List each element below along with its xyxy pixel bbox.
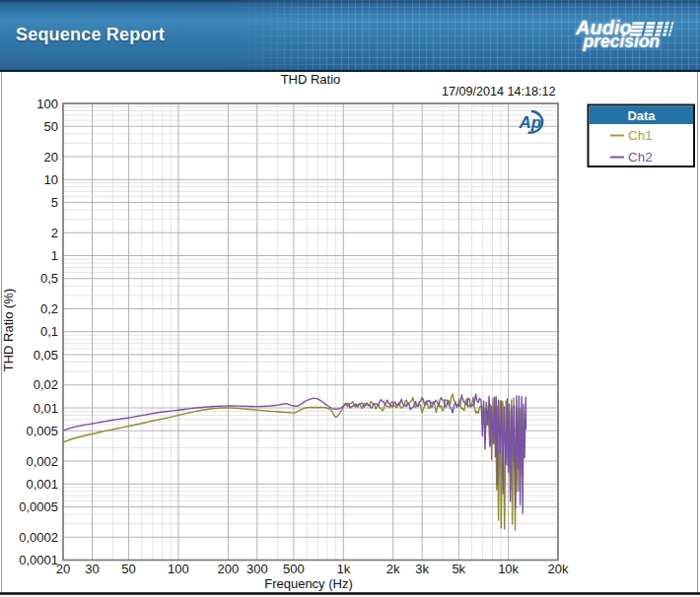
svg-text:1: 1: [51, 248, 58, 263]
svg-text:3k: 3k: [415, 562, 429, 576]
svg-text:0,01: 0,01: [34, 401, 58, 416]
svg-text:100: 100: [168, 562, 189, 576]
svg-text:2k: 2k: [386, 562, 400, 576]
svg-text:Ap: Ap: [519, 113, 542, 132]
svg-text:10k: 10k: [498, 562, 519, 576]
svg-text:17/09/2014 14:18:12: 17/09/2014 14:18:12: [442, 85, 556, 99]
svg-text:1k: 1k: [336, 562, 350, 576]
svg-text:0,2: 0,2: [40, 301, 58, 316]
svg-text:0,0005: 0,0005: [19, 499, 58, 514]
svg-text:0,0002: 0,0002: [19, 530, 58, 545]
svg-text:100: 100: [36, 97, 58, 111]
svg-text:0,05: 0,05: [34, 348, 58, 363]
svg-text:0,1: 0,1: [40, 324, 58, 339]
svg-text:20k: 20k: [548, 562, 569, 576]
svg-text:5k: 5k: [452, 562, 465, 576]
svg-text:0,002: 0,002: [26, 454, 58, 469]
svg-text:Frequency (Hz): Frequency (Hz): [264, 576, 353, 591]
svg-text:5: 5: [51, 195, 58, 210]
svg-text:30: 30: [85, 562, 99, 576]
svg-text:0,5: 0,5: [40, 271, 58, 286]
svg-text:50: 50: [44, 119, 58, 134]
svg-text:20: 20: [56, 562, 70, 576]
svg-text:Data: Data: [627, 108, 656, 123]
svg-text:0,001: 0,001: [26, 477, 58, 492]
svg-text:0,0001: 0,0001: [19, 553, 58, 567]
svg-text:500: 500: [283, 562, 305, 576]
svg-text:Ch1: Ch1: [628, 128, 653, 143]
svg-text:THD Ratio: THD Ratio: [281, 72, 341, 87]
svg-text:2: 2: [51, 226, 58, 240]
svg-text:THD Ratio (%): THD Ratio (%): [1, 289, 16, 372]
svg-text:10: 10: [44, 172, 58, 187]
svg-text:0,02: 0,02: [34, 377, 58, 392]
svg-text:20: 20: [44, 150, 58, 165]
svg-text:200: 200: [217, 562, 239, 576]
svg-text:50: 50: [121, 562, 135, 576]
svg-text:300: 300: [246, 562, 268, 576]
svg-text:Ch2: Ch2: [628, 150, 653, 165]
svg-text:0,005: 0,005: [26, 424, 58, 438]
